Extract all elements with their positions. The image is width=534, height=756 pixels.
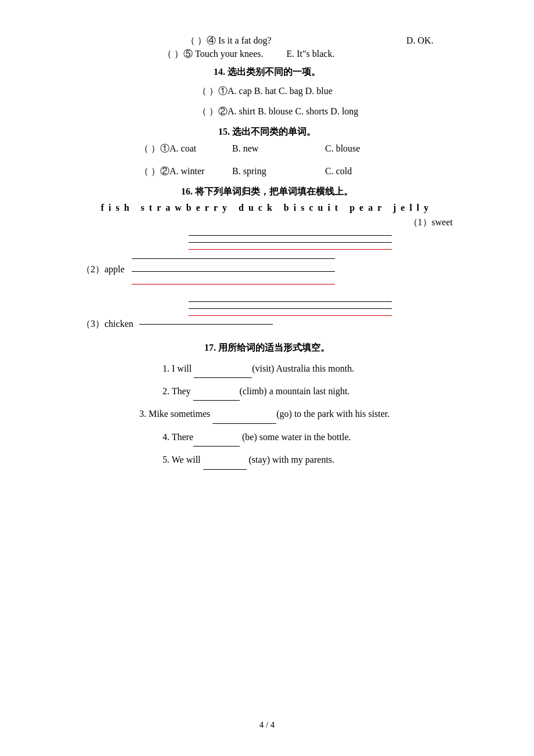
- q16-line-2a: [132, 255, 335, 259]
- q16-label-2: （2）apple: [81, 264, 125, 276]
- q4-item5-left: （ ）⑤ Touch your knees.: [163, 48, 264, 60]
- q15-item2-c: C. cold: [325, 166, 352, 177]
- q15-item1-a: （ ）①A. coat: [139, 143, 232, 155]
- q17-item1: 1. I will (visit) Australia this month.: [46, 360, 488, 378]
- q16-line-1b: [189, 239, 392, 243]
- q14-item1: （ ）①A. cap B. hat C. bag D. blue: [46, 83, 488, 100]
- q16-line-1c: [189, 246, 392, 250]
- q16-line-2c: [132, 281, 335, 285]
- q15-item1-c: C. blouse: [325, 143, 360, 154]
- q16-word-list: fish strawberry duck biscuit pear jelly: [46, 203, 488, 213]
- q14-item2: （ ）②A. shirt B. blouse C. shorts D. long: [46, 103, 488, 120]
- q16-line-3a: [189, 298, 392, 302]
- q17-item2: 2. They (climb) a mountain last night.: [46, 383, 488, 401]
- q16-line-1a: [189, 232, 392, 236]
- q16-line-3b: [189, 305, 392, 309]
- q15-title: 15. 选出不同类的单词。: [46, 126, 488, 138]
- q15-item1-b: B. new: [232, 143, 325, 154]
- q16-line-3c: [189, 312, 392, 316]
- q17-item3: 3. Mike sometimes (go) to the park with …: [46, 405, 488, 423]
- q15-item2-b: B. spring: [232, 166, 325, 177]
- page-number: 4 / 4: [259, 720, 275, 729]
- q17-item5: 5. We will (stay) with my parents.: [46, 451, 488, 469]
- q4-item4-answer: D. OK.: [406, 35, 434, 46]
- q17-item4: 4. There (be) some water in the bottle.: [46, 429, 488, 447]
- q16-label-3: （3）chicken: [81, 318, 134, 330]
- q17-title: 17. 用所给词的适当形式填空。: [46, 342, 488, 354]
- q16-line-2b: [132, 268, 335, 272]
- q14-title: 14. 选出类别不同的一项。: [46, 66, 488, 78]
- q4-item4-text: （ ）④ Is it a fat dog?: [186, 35, 371, 47]
- q16-label-1: （1）sweet: [409, 217, 453, 229]
- q15-item2-a: （ ）②A. winter: [139, 165, 232, 178]
- q4-item5-right: E. It"s black.: [287, 49, 335, 59]
- q16-title: 16. 将下列单词归类，把单词填在横线上。: [46, 186, 488, 198]
